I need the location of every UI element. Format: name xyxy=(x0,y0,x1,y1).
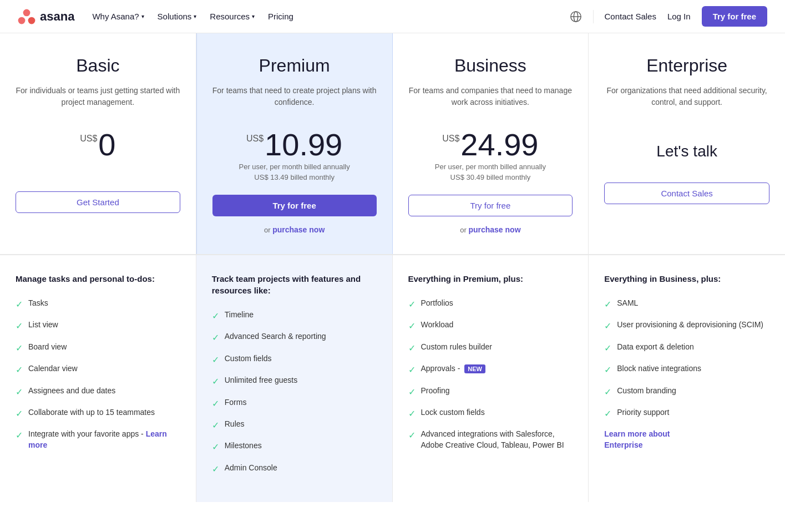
logo[interactable]: asana xyxy=(18,8,74,26)
check-icon: ✓ xyxy=(16,342,23,354)
list-item: ✓Portfolios xyxy=(408,298,573,311)
features-grid: Manage tasks and personal to-dos: ✓Tasks… xyxy=(0,255,785,502)
nav-pricing[interactable]: Pricing xyxy=(268,12,293,21)
list-item: ✓Collaborate with up to 15 teammates xyxy=(16,407,180,420)
plan-enterprise-price-talk: Let's talk xyxy=(656,143,717,160)
nav-resources[interactable]: Resources ▾ xyxy=(210,12,255,21)
feature-basic-heading: Manage tasks and personal to-dos: xyxy=(16,273,180,285)
plan-business-currency: US$ xyxy=(442,134,459,144)
check-icon: ✓ xyxy=(212,463,219,475)
list-item: ✓Block native integrations xyxy=(604,363,769,376)
feature-business-list: ✓Portfolios ✓Workload ✓Custom rules buil… xyxy=(408,298,573,451)
plan-business-billing: Per user, per month billed annually xyxy=(435,163,546,171)
nav-divider xyxy=(593,10,594,23)
list-item: ✓Custom rules builder xyxy=(408,342,573,354)
svg-point-1 xyxy=(18,17,26,24)
pricing-section: Basic For individuals or teams just gett… xyxy=(0,33,785,502)
feature-col-basic: Manage tasks and personal to-dos: ✓Tasks… xyxy=(0,255,196,502)
chevron-down-icon: ▾ xyxy=(194,13,196,19)
plan-premium-price-wrapper: US$ 10.99 xyxy=(246,129,342,160)
navbar: asana Why Asana? ▾ Solutions ▾ Resources… xyxy=(0,0,785,33)
check-icon: ✓ xyxy=(16,386,23,398)
list-item: ✓Admin Console xyxy=(212,463,377,475)
check-icon: ✓ xyxy=(604,386,611,398)
plan-premium-desc: For teams that need to create project pl… xyxy=(212,85,377,116)
list-item: ✓Board view xyxy=(16,342,180,354)
plan-premium: Premium For teams that need to create pr… xyxy=(196,33,393,254)
nav-try-free-button[interactable]: Try for free xyxy=(702,6,767,27)
nav-log-in[interactable]: Log In xyxy=(667,12,691,21)
check-icon: ✓ xyxy=(212,310,219,322)
list-item: ✓Forms xyxy=(212,397,377,410)
plan-basic-desc: For individuals or teams just getting st… xyxy=(16,85,180,116)
list-item: ✓Calendar view xyxy=(16,363,180,376)
check-icon: ✓ xyxy=(604,320,611,332)
feature-col-enterprise: Everything in Business, plus: ✓SAML ✓Use… xyxy=(589,255,785,502)
list-item: ✓Proofing xyxy=(408,386,573,398)
list-item: ✓Tasks xyxy=(16,298,180,311)
check-icon: ✓ xyxy=(16,408,23,420)
plan-basic: Basic For individuals or teams just gett… xyxy=(0,33,196,254)
check-icon: ✓ xyxy=(212,332,219,344)
list-item: ✓Workload xyxy=(408,320,573,332)
check-icon: ✓ xyxy=(212,419,219,432)
plan-enterprise-cta[interactable]: Contact Sales xyxy=(604,183,769,204)
plan-premium-price: 10.99 xyxy=(265,129,342,160)
nav-contact-sales[interactable]: Contact Sales xyxy=(605,12,656,21)
list-item: ✓Rules xyxy=(212,419,377,432)
plan-premium-monthly: US$ 13.49 billed monthly xyxy=(254,173,335,181)
svg-point-2 xyxy=(28,17,36,24)
check-icon: ✓ xyxy=(408,320,416,332)
plan-basic-cta[interactable]: Get Started xyxy=(16,191,180,213)
check-icon: ✓ xyxy=(16,320,23,332)
check-icon: ✓ xyxy=(16,429,23,442)
check-icon: ✓ xyxy=(604,342,611,354)
list-item: ✓Advanced Search & reporting xyxy=(212,331,377,344)
check-icon: ✓ xyxy=(408,342,416,354)
plan-premium-name: Premium xyxy=(259,55,330,76)
plan-premium-currency: US$ xyxy=(246,134,264,144)
list-item: ✓Integrate with your favorite apps - Lea… xyxy=(16,429,180,450)
plan-business-cta[interactable]: Try for free xyxy=(408,195,573,216)
feature-basic-list: ✓Tasks ✓List view ✓Board view ✓Calendar … xyxy=(16,298,180,451)
list-item: ✓Custom branding xyxy=(604,386,769,398)
new-badge: NEW xyxy=(464,364,485,373)
check-icon: ✓ xyxy=(408,298,416,311)
nav-solutions[interactable]: Solutions ▾ xyxy=(158,12,197,21)
check-icon: ✓ xyxy=(212,354,219,366)
plan-business-purchase[interactable]: purchase now xyxy=(468,225,520,234)
plan-business-price-wrapper: US$ 24.99 xyxy=(442,129,538,160)
plan-business-desc: For teams and companies that need to man… xyxy=(408,85,573,116)
plan-business-price: 24.99 xyxy=(460,129,538,160)
plan-basic-name: Basic xyxy=(76,55,119,76)
list-item: ✓Assignees and due dates xyxy=(16,386,180,398)
check-icon: ✓ xyxy=(604,408,611,420)
plan-business-monthly: US$ 30.49 billed monthly xyxy=(450,173,531,181)
basic-learn-more-link[interactable]: Learn more xyxy=(28,429,167,449)
nav-why-asana[interactable]: Why Asana? ▾ xyxy=(92,12,144,21)
globe-icon[interactable] xyxy=(570,11,582,23)
feature-premium-heading: Track team projects with features and re… xyxy=(212,273,377,296)
list-item: ✓Timeline xyxy=(212,310,377,322)
check-icon: ✓ xyxy=(212,398,219,410)
plan-enterprise: Enterprise For organizations that need a… xyxy=(589,33,785,254)
feature-enterprise-list: ✓SAML ✓User provisioning & deprovisionin… xyxy=(604,298,769,451)
plan-business-name: Business xyxy=(454,55,526,76)
chevron-down-icon: ▾ xyxy=(141,13,144,19)
list-item: ✓Lock custom fields xyxy=(408,407,573,420)
check-icon: ✓ xyxy=(604,364,611,376)
feature-enterprise-heading: Everything in Business, plus: xyxy=(604,273,769,285)
enterprise-learn-more-link[interactable]: Learn more about Enterprise xyxy=(604,429,670,449)
chevron-down-icon: ▾ xyxy=(252,13,255,19)
plan-basic-price: 0 xyxy=(98,129,115,160)
list-item: ✓Advanced integrations with Salesforce, … xyxy=(408,429,573,450)
plan-premium-billing: Per user, per month billed annually xyxy=(239,163,350,171)
check-icon: ✓ xyxy=(408,386,416,398)
list-item: ✓List view xyxy=(16,320,180,332)
plan-premium-cta[interactable]: Try for free xyxy=(212,195,377,216)
feature-col-business: Everything in Premium, plus: ✓Portfolios… xyxy=(393,255,589,502)
plan-premium-purchase[interactable]: purchase now xyxy=(272,225,325,234)
list-item: ✓Approvals - NEW xyxy=(408,363,573,376)
check-icon: ✓ xyxy=(604,298,611,311)
feature-business-heading: Everything in Premium, plus: xyxy=(408,273,573,285)
